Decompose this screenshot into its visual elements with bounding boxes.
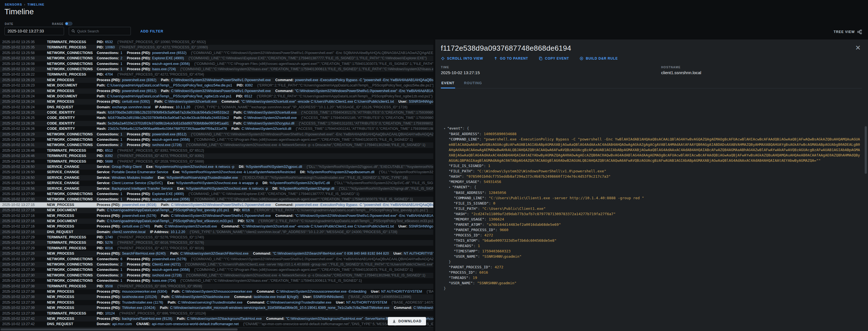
timeline-row[interactable]: 2025-10-02 13:26:24NEW_DOCUMENTPath:C:\U…: [0, 94, 433, 99]
breadcrumb-timeline[interactable]: TIMELINE: [27, 3, 44, 6]
row-detail-label: PID:: [97, 284, 104, 288]
row-event-type: TERMINATE_PROCESS: [47, 246, 97, 251]
timeline-row[interactable]: 2025-10-02 13:27:30NETWORK_CONNECTIONSCo…: [0, 256, 433, 262]
timeline-row[interactable]: 2025-10-02 13:27:16NEW_DOCUMENTPath:C:\U…: [0, 219, 433, 224]
build-dr-rule-button[interactable]: BUILD D&R RULE: [580, 57, 618, 60]
timeline-row[interactable]: 2025-10-02 13:26:24NEW_PROCESSProcess (P…: [0, 88, 433, 94]
timeline-row[interactable]: 2025-10-02 13:27:29TERMINATE_PROCESSPID:…: [0, 240, 433, 245]
timeline-row[interactable]: 2025-10-02 13:27:30NETWORK_CONNECTIONSCo…: [0, 262, 433, 267]
row-event-type: NEW_PROCESS: [47, 78, 97, 83]
tab-routing[interactable]: ROUTING: [464, 80, 483, 88]
timeline-row[interactable]: 2025-10-02 13:27:39NEW_PROCESSProcess (P…: [0, 305, 433, 310]
date-input[interactable]: [4, 27, 64, 35]
copy-event-button[interactable]: COPY EVENT: [539, 57, 569, 60]
collapse-toggle-icon[interactable]: ▾: [444, 127, 445, 130]
timeline-row[interactable]: 2025-10-02 13:26:24DNS_REQUESTDomain:exc…: [0, 105, 433, 110]
row-event-type: NETWORK_CONNECTIONS: [47, 197, 97, 202]
timeline-row[interactable]: 2025-10-02 13:27:30NETWORK_CONNECTIONSCo…: [0, 267, 433, 273]
timeline-row[interactable]: 2025-10-02 13:26:25CODE_IDENTITYHash:fd1…: [0, 115, 433, 120]
timeline-row[interactable]: 2025-10-02 13:26:23NEW_DOCUMENTPath:C:\U…: [0, 83, 433, 88]
breadcrumb-sensors[interactable]: SENSORS: [5, 3, 22, 6]
row-detail-label: Exe:: [173, 170, 180, 174]
timeline-row[interactable]: 2025-10-02 13:26:56SERVICE_CHANGEService…: [0, 186, 433, 191]
tab-event[interactable]: EVENT: [441, 80, 455, 88]
add-filter-button[interactable]: ADD FILTER: [140, 29, 163, 33]
timeline-row[interactable]: 2025-10-02 13:27:38NEW_PROCESSProcess (P…: [0, 294, 433, 300]
row-detail-label: Path:: [160, 306, 168, 310]
timeline-row[interactable]: 2025-10-02 13:27:16NEW_PROCESSProcess (P…: [0, 213, 433, 219]
timeline-row[interactable]: 2025-10-02 13:27:39NEW_PROCESSProcess (P…: [0, 300, 433, 305]
timeline-row[interactable]: 2025-10-02 13:26:50SERVICE_CHANGEService…: [0, 170, 433, 175]
timeline-row[interactable]: 2025-10-02 13:26:50SERVICE_CHANGEService…: [0, 175, 433, 181]
row-detail-value: Portable Device Enumerator Service: [112, 170, 168, 174]
scroll-into-view-button[interactable]: SCROLL INTO VIEW: [441, 57, 483, 60]
row-detail-label: Process (PID):: [97, 224, 121, 228]
row-raw-json: {"COMMAND_LINE":"C:\\Windows\\Explorer.E…: [188, 192, 359, 196]
timeline-row[interactable]: 2025-10-02 13:25:58NETWORK_CONNECTIONSCo…: [0, 50, 433, 56]
horizontal-scrollbar[interactable]: [0, 327, 433, 331]
timeline-row[interactable]: 2025-10-02 13:26:29NETWORK_CONNECTIONSCo…: [0, 137, 433, 142]
row-detail-value: C:\Users\goadmin\AppData\Local\Temp\__PS…: [107, 219, 233, 223]
row-timestamp: 2025-10-02 13:26:50: [0, 164, 47, 170]
go-to-parent-button[interactable]: GO TO PARENT: [494, 57, 528, 60]
download-button[interactable]: DOWNLOAD: [388, 317, 426, 325]
timeline-row[interactable]: 2025-10-02 13:26:29NETWORK_CONNECTIONSCo…: [0, 132, 433, 137]
row-event-type: TERMINATE_PROCESS: [47, 159, 97, 164]
collapse-toggle-icon[interactable]: ▾: [449, 186, 451, 189]
json-number-value: 9660: [500, 228, 508, 232]
timeline-row[interactable]: 2025-10-02 13:26:24NEW_PROCESSProcess (P…: [0, 99, 433, 104]
row-detail-value: api-msn-com-onesvcice-world-default.traf…: [152, 322, 239, 326]
crosshair-icon: [441, 57, 445, 60]
timeline-row[interactable]: 2025-10-02 13:27:16DNS_REQUESTDomain:cli…: [0, 229, 433, 235]
row-detail-value: taskhostw.exe (10124): [122, 295, 157, 299]
time-value: 2025-10-02 13:27:15: [441, 70, 661, 75]
timeline-row[interactable]: 2025-10-02 13:27:39TERMINATE_PROCESSPID:…: [0, 311, 433, 316]
timeline-row[interactable]: 2025-10-02 13:26:22NETWORK_CONNECTIONSCo…: [0, 66, 433, 72]
timeline-row[interactable]: 2025-10-02 13:26:50SERVICE_CHANGEService…: [0, 181, 433, 186]
search-input[interactable]: [77, 29, 128, 33]
timeline-row[interactable]: 2025-10-02 13:25:35TERMINATE_PROCESSPID:…: [0, 45, 433, 50]
timeline-row[interactable]: 2025-10-02 13:27:16NEW_PROCESSProcess (P…: [0, 224, 433, 229]
tree-view-button[interactable]: TREE VIEW: [834, 30, 862, 34]
timeline-row[interactable]: 2025-10-02 13:26:46TERMINATE_PROCESSPID:…: [0, 159, 433, 164]
timeline-row[interactable]: 2025-10-02 13:27:38TERMINATE_PROCESSPID:…: [0, 284, 433, 289]
timeline-row[interactable]: 2025-10-02 13:27:38NEW_PROCESSProcess (P…: [0, 289, 433, 294]
timeline-row[interactable]: 2025-10-02 13:26:50SERVICE_CHANGEService…: [0, 164, 433, 170]
timeline-row[interactable]: 2025-10-02 13:26:26CODE_IDENTITYHash:5e2…: [0, 121, 433, 126]
timeline-row[interactable]: 2025-10-02 13:27:42NEW_PROCESSProcess (P…: [0, 316, 433, 322]
timeline-row[interactable]: 2025-10-02 13:26:22TERMINATE_PROCESSPID:…: [0, 72, 433, 77]
timeline-row[interactable]: 2025-10-02 13:27:00NETWORK_CONNECTIONSCo…: [0, 191, 433, 197]
row-detail-value: C:\Windows\system32\SearchFilterHost.exe: [180, 251, 249, 255]
timeline-row[interactable]: 2025-10-02 13:26:26CODE_IDENTITYHash:23d…: [0, 126, 433, 132]
timeline-row[interactable]: 2025-10-02 13:27:30NETWORK_CONNECTIONSCo…: [0, 278, 433, 283]
range-toggle[interactable]: [65, 22, 72, 25]
vertical-scrollbar[interactable]: [865, 126, 867, 329]
timeline-row[interactable]: 2025-10-02 13:27:15NEW_PROCESSProcess (P…: [0, 202, 433, 208]
horizontal-scrollbar-thumb[interactable]: [1, 329, 238, 330]
timeline-row[interactable]: 2025-10-02 13:26:46TERMINATE_PROCESSPID:…: [0, 148, 433, 153]
timeline-row[interactable]: 2025-10-02 13:27:29TERMINATE_PROCESSPID:…: [0, 235, 433, 240]
row-detail-value: 1: [121, 138, 122, 142]
timeline-row[interactable]: 2025-10-02 13:27:00NETWORK_CONNECTIONSCo…: [0, 197, 433, 202]
timeline-row[interactable]: 2025-10-02 13:26:08NETWORK_CONNECTIONSCo…: [0, 61, 433, 66]
row-timestamp: 2025-10-02 13:26:50: [0, 175, 47, 181]
row-raw-json: {"COMMAND_LINE":"C:\\Windows\\system32\\…: [186, 273, 426, 277]
timeline-row[interactable]: 2025-10-02 13:27:16NEW_DOCUMENTPath:C:\U…: [0, 208, 433, 213]
timeline-row[interactable]: 2025-10-02 13:26:23NEW_PROCESSProcess (P…: [0, 78, 433, 83]
timeline-row[interactable]: 2025-10-02 13:26:31NETWORK_CONNECTIONSCo…: [0, 142, 433, 148]
row-detail-label: PID:: [234, 208, 241, 212]
close-icon[interactable]: ✕: [854, 44, 862, 52]
row-raw-json: {"BASE_ADDRESS":140698236669952}: [427, 289, 433, 294]
timeline-row[interactable]: 2025-10-02 13:25:58NETWORK_CONNECTIONSCo…: [0, 56, 433, 61]
timeline-row[interactable]: 2025-10-02 13:26:25CODE_IDENTITYHash:fd1…: [0, 110, 433, 115]
hostname-label: HOSTNAME: [661, 65, 701, 69]
timeline-row[interactable]: 2025-10-02 13:27:42DNS_REQUESTDomain:api…: [0, 322, 433, 327]
timeline-row[interactable]: 2025-10-02 13:25:35TERMINATE_PROCESSPID:…: [0, 39, 433, 45]
timeline-row[interactable]: 2025-10-02 13:27:29NEW_PROCESSProcess (P…: [0, 251, 433, 256]
row-event-type: NETWORK_CONNECTIONS: [47, 256, 97, 262]
timeline-row[interactable]: 2025-10-02 13:27:29TERMINATE_PROCESSPID:…: [0, 246, 433, 251]
vertical-scrollbar-thumb[interactable]: [865, 126, 867, 174]
row-detail-value: "C:\Windows\system32\SearchFilterHost.ex…: [273, 251, 389, 255]
timeline-row[interactable]: 2025-10-02 13:27:30NETWORK_CONNECTIONSCo…: [0, 273, 433, 278]
timeline-row[interactable]: 2025-10-02 13:26:46TERMINATE_PROCESSPID:…: [0, 153, 433, 159]
